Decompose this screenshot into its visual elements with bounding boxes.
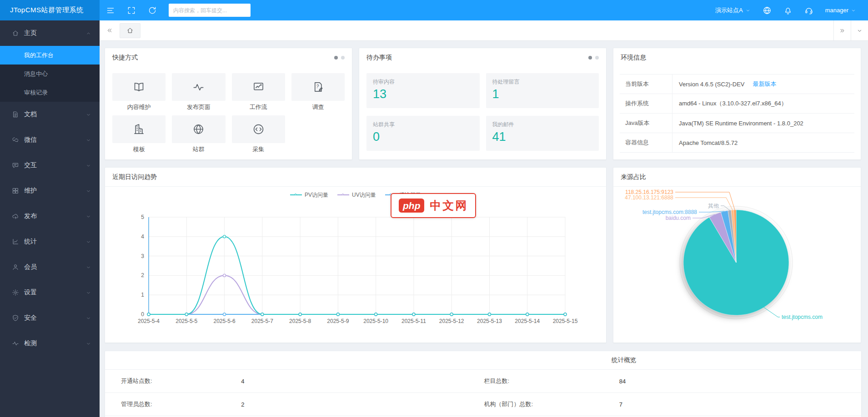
app-logo[interactable]: JTopCMS站群管理系统	[0, 0, 100, 20]
x-axis-label: 2025-5-9	[327, 318, 349, 324]
chevron-down-icon	[85, 290, 91, 296]
env-row-container: 容器信息 Apache Tomcat/8.5.72	[620, 133, 854, 153]
sidebar-item-message-center[interactable]: 消息中心	[0, 65, 100, 83]
chevron-down-icon	[85, 213, 91, 219]
fullscreen-icon[interactable]	[127, 6, 136, 15]
tabbar	[100, 20, 868, 41]
pie-label-line	[763, 307, 780, 317]
shortcut-content-maintenance[interactable]: 内容维护	[112, 73, 166, 111]
chevron-down-icon	[745, 8, 751, 13]
carousel-dot-active[interactable]	[588, 56, 592, 60]
tabs-scroll-right-button[interactable]	[833, 20, 851, 40]
sidebar-item-members[interactable]: 会员	[0, 254, 100, 280]
data-point-marker	[526, 313, 529, 316]
sidebar-item-workbench[interactable]: 我的工作台	[0, 46, 100, 65]
sidebar-item-interaction[interactable]: 交互	[0, 153, 100, 178]
shortcut-publish-page[interactable]: 发布页面	[172, 73, 225, 111]
support-headset-icon[interactable]	[804, 6, 813, 15]
carousel-dot[interactable]	[341, 56, 345, 60]
y-axis-label: 2	[141, 272, 144, 278]
legend-item[interactable]: UV访问量	[337, 191, 376, 199]
sidebar-item-label: 统计	[24, 238, 37, 246]
todo-pending-content[interactable]: 待审内容 13	[366, 73, 480, 108]
tabs-menu-button[interactable]	[851, 20, 868, 40]
language-globe-icon[interactable]	[763, 6, 772, 15]
sidebar-item-security[interactable]: 安全	[0, 305, 100, 331]
user-menu[interactable]: manager	[825, 7, 856, 14]
pie-label-line	[675, 198, 733, 210]
carousel-dot-active[interactable]	[334, 56, 338, 60]
y-axis-label: 1	[141, 292, 144, 298]
sidebar: 主页 我的工作台 消息中心 审核记录 文档 微信 交互 维护 发布 统计 会员	[0, 20, 100, 417]
tab-home[interactable]	[120, 23, 140, 38]
x-axis-label: 2025-5-13	[477, 318, 502, 324]
env-row-version: 当前版本 Version 4.6.5 (SC2)-DEV 最新版本	[620, 74, 854, 94]
pie-label: 47.100.13.121:6888	[625, 194, 673, 201]
refresh-icon[interactable]	[148, 6, 157, 15]
sidebar-item-documents[interactable]: 文档	[0, 102, 100, 127]
shortcut-template[interactable]: 模板	[112, 115, 166, 153]
globe-icon	[192, 123, 205, 135]
watermark-php-cn: php 中文网	[391, 193, 476, 218]
shortcut-survey[interactable]: ? 调查	[291, 73, 345, 111]
sidebar-item-label: 检测	[24, 339, 37, 348]
shortcut-workflow[interactable]: 工作流	[232, 73, 285, 111]
topbar: JTopCMS站群管理系统 演示站点A manager	[0, 0, 868, 20]
tabs-scroll-left-button[interactable]	[100, 20, 120, 40]
trend-line-chart[interactable]: 0123452025-5-42025-5-52025-5-62025-5-720…	[105, 203, 606, 331]
source-pie-chart[interactable]: test.jtopcms.combaidu.comtest.jtopcms.co…	[613, 187, 861, 342]
sidebar-item-settings[interactable]: 设置	[0, 280, 100, 305]
comment-icon	[12, 162, 19, 169]
shortcut-collect[interactable]: 采集	[232, 115, 285, 153]
pie-label: test.jtopcms.com	[782, 314, 823, 320]
sidebar-item-audit-records[interactable]: 审核记录	[0, 83, 100, 102]
carousel-dot[interactable]	[595, 56, 599, 60]
sidebar-toggle-icon[interactable]	[106, 6, 115, 15]
site-selector[interactable]: 演示站点A	[715, 6, 751, 15]
watermark-text: 中文网	[430, 198, 468, 213]
latest-version-link[interactable]: 最新版本	[753, 80, 777, 88]
data-point-marker	[223, 313, 226, 316]
stats-row: 管理员总数: 2 机构（部门）总数: 7	[105, 393, 861, 416]
sidebar-item-label: 设置	[24, 288, 37, 297]
shortcut-site-group[interactable]: 站群	[172, 115, 225, 153]
x-axis-label: 2025-5-4	[138, 318, 160, 324]
chevron-down-icon	[85, 341, 91, 347]
chevron-down-icon	[85, 264, 91, 270]
sidebar-item-statistics[interactable]: 统计	[0, 229, 100, 254]
chevron-up-icon	[85, 30, 91, 36]
chevron-down-icon	[851, 8, 856, 13]
sidebar-item-home[interactable]: 主页	[0, 20, 100, 46]
pie-label: 其他	[708, 203, 719, 209]
sidebar-item-publish[interactable]: 发布	[0, 204, 100, 229]
data-point-marker	[412, 313, 415, 316]
sidebar-item-label: 微信	[24, 136, 37, 144]
source-pie-card: 来源占比 test.jtopcms.combaidu.comtest.jtopc…	[613, 167, 861, 343]
todo-pending-messages[interactable]: 待处理留言 1	[486, 73, 599, 108]
sidebar-item-maintenance[interactable]: 维护	[0, 178, 100, 204]
search-input[interactable]	[169, 4, 251, 17]
sidebar-submenu-home: 我的工作台 消息中心 审核记录	[0, 46, 100, 102]
shield-icon	[12, 314, 19, 322]
chevron-down-icon	[85, 112, 91, 118]
sidebar-item-inspection[interactable]: 检测	[0, 331, 100, 356]
svg-text:?: ?	[316, 84, 319, 89]
home-icon	[126, 27, 134, 34]
todo-count: 41	[492, 130, 593, 144]
legend-item[interactable]: PV访问量	[290, 191, 328, 199]
pie-label: test.jtopcms.com:8888	[642, 209, 697, 215]
data-point-marker	[261, 313, 264, 316]
pulse-icon	[192, 81, 205, 93]
chevron-down-icon	[856, 27, 863, 34]
data-point-marker	[450, 313, 453, 316]
notifications-bell-icon[interactable]	[783, 6, 793, 15]
sidebar-item-wechat[interactable]: 微信	[0, 127, 100, 153]
todo-my-mail[interactable]: 我的邮件 41	[486, 116, 599, 151]
stats-overview-card: 统计概览 开通站点数: 4 栏目总数: 84 管理员总数: 2 机构（部门）总数…	[105, 351, 862, 417]
app-title: JTopCMS站群管理系统	[10, 6, 84, 15]
sidebar-item-label: 安全	[24, 314, 37, 322]
x-axis-label: 2025-5-14	[515, 318, 540, 324]
todo-sitegroup-share[interactable]: 站群共享 0	[366, 116, 480, 151]
stats-row: 开通站点数: 4 栏目总数: 84	[105, 370, 861, 393]
chevron-down-icon	[85, 239, 91, 245]
